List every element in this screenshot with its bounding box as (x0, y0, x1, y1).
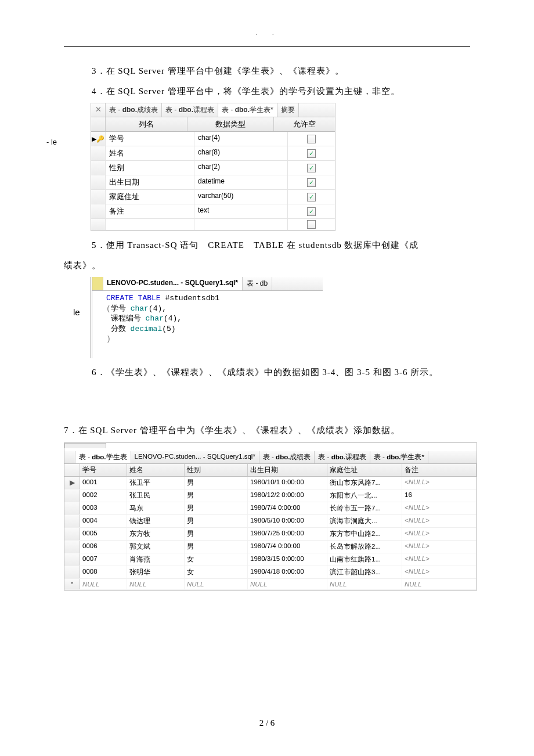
tab-student-active[interactable]: 表 - dbo.学生表* (218, 103, 277, 117)
tab-course[interactable]: 表 - dbo.课程表 (162, 103, 218, 117)
grid-cell[interactable]: 1980/5/10 0:00:00 (248, 515, 327, 527)
checkbox-icon[interactable]: ✓ (307, 164, 316, 172)
grid-cell[interactable]: 女 (185, 566, 248, 578)
table-row[interactable]: 姓名char(8)✓ (91, 146, 335, 161)
checkbox-icon[interactable]: ✓ (307, 207, 316, 216)
checkbox-icon[interactable]: ✓ (307, 135, 316, 143)
grid-cell[interactable]: NULL (185, 579, 248, 589)
row-selector[interactable] (91, 204, 106, 218)
col-null-cell[interactable]: ✓ (288, 204, 335, 218)
grid-cell[interactable]: 男 (185, 515, 248, 527)
grid-cell[interactable]: 男 (185, 477, 248, 489)
grid-cell[interactable]: 张卫民 (127, 489, 185, 502)
grid-cell[interactable]: <NULL> (402, 553, 477, 566)
grid-cell[interactable]: NULL (248, 579, 327, 589)
grid-cell[interactable]: 0005 (80, 528, 127, 540)
grid-cell[interactable]: 马东 (127, 502, 185, 514)
grid-cell[interactable]: 1980/10/1 0:00:00 (248, 477, 327, 489)
col-null-cell[interactable]: ✓ (288, 146, 335, 160)
col-null-cell[interactable]: ✓ (288, 161, 335, 175)
col-name-cell[interactable]: 出生日期 (106, 175, 194, 189)
grid-cell[interactable]: <NULL> (402, 528, 477, 540)
grid-cell[interactable]: NULL (80, 579, 127, 589)
grid-cell[interactable]: 1980/7/25 0:00:00 (248, 528, 327, 540)
checkbox-icon[interactable]: ✓ (307, 220, 316, 229)
table-row[interactable]: 0004钱达理男1980/5/10 0:00:00滨海市洞庭大...<NULL> (64, 515, 477, 528)
grid-cell[interactable]: 女 (185, 553, 248, 566)
grid-cell[interactable]: 东方牧 (127, 528, 185, 540)
grid-cell[interactable]: 0004 (80, 515, 127, 527)
grid-cell[interactable]: 滨海市洞庭大... (327, 515, 402, 527)
grid-cell[interactable]: 男 (185, 541, 248, 553)
col-name-cell[interactable]: 性别 (106, 161, 194, 175)
grid-cell[interactable]: 长岭市五一路7... (327, 502, 402, 514)
grid-cell[interactable]: 0001 (80, 477, 127, 489)
col-type-cell[interactable]: char(8) (194, 146, 288, 160)
tab-db[interactable]: 表 - db (243, 277, 272, 290)
grid-tab-2[interactable]: 表 - dbo.成绩表 (259, 451, 315, 463)
grid-cell[interactable]: 男 (185, 502, 248, 514)
grid-cell[interactable]: 0002 (80, 489, 127, 502)
checkbox-icon[interactable]: ✓ (307, 193, 316, 201)
grid-cell[interactable]: 男 (185, 489, 248, 502)
row-selector[interactable] (91, 190, 106, 204)
grid-cell[interactable]: NULL (402, 579, 477, 589)
grid-cell[interactable]: 长岛市解放路2... (327, 541, 402, 553)
table-row[interactable]: *NULLNULLNULLNULLNULLNULL (64, 579, 477, 590)
grid-cell[interactable]: 1980/12/2 0:00:00 (248, 489, 327, 502)
grid-cell[interactable]: 0008 (80, 566, 127, 578)
grid-cell[interactable]: 16 (402, 489, 477, 502)
table-row[interactable]: 0007肖海燕女1980/3/15 0:00:00山南市红旗路1...<NULL… (64, 553, 477, 566)
col-name-cell[interactable]: 备注 (106, 204, 194, 218)
col-type-cell[interactable]: char(2) (194, 161, 288, 175)
grid-tab-4[interactable]: 表 - dbo.学生表* (370, 451, 428, 463)
col-name-cell[interactable]: 学号 (106, 132, 194, 146)
row-selector[interactable] (91, 161, 106, 175)
grid-cell[interactable]: <NULL> (402, 541, 477, 553)
table-row[interactable]: 0003马东男1980/7/4 0:00:00长岭市五一路7...<NULL> (64, 502, 477, 515)
grid-cell[interactable]: 1980/3/15 0:00:00 (248, 553, 327, 566)
table-row[interactable]: 性别char(2)✓ (91, 161, 335, 175)
col-null-cell[interactable]: ✓ (288, 190, 335, 204)
grid-cell[interactable]: 男 (185, 528, 248, 540)
table-row[interactable]: 出生日期datetime✓ (91, 175, 335, 190)
checkbox-icon[interactable]: ✓ (307, 178, 316, 187)
col-null-cell[interactable]: ✓ (288, 175, 335, 189)
grid-cell[interactable]: 1980/7/4 0:00:00 (248, 502, 327, 514)
table-row[interactable]: 0006郭文斌男1980/7/4 0:00:00长岛市解放路2...<NULL> (64, 541, 477, 553)
col-type-cell[interactable]: text (194, 204, 288, 218)
table-row[interactable]: 0002张卫民男1980/12/2 0:00:00东阳市八一北...16 (64, 489, 477, 502)
row-selector[interactable]: ▶🔑 (91, 132, 106, 146)
grid-cell[interactable]: 肖海燕 (127, 553, 185, 566)
tab-score[interactable]: 表 - dbo.成绩表 (106, 103, 162, 117)
table-row[interactable]: ▶0001张卫平男1980/10/1 0:00:00衡山市东风路7...<NUL… (64, 477, 477, 489)
grid-cell[interactable]: 郭文斌 (127, 541, 185, 553)
grid-cell[interactable]: 1980/4/18 0:00:00 (248, 566, 327, 578)
grid-cell[interactable]: 钱达理 (127, 515, 185, 527)
col-name-cell[interactable]: 姓名 (106, 146, 194, 160)
grid-cell[interactable]: 东阳市八一北... (327, 489, 402, 502)
grid-tab-0[interactable]: 表 - dbo.学生表 (75, 451, 131, 463)
sql-code[interactable]: CREATE TABLE #studentsdb1 (学号 char(4), 课… (92, 291, 323, 358)
grid-cell[interactable]: 山南市红旗路1... (327, 553, 402, 566)
table-row[interactable]: 0008张明华女1980/4/18 0:00:00滨江市韶山路3...<NULL… (64, 566, 477, 579)
checkbox-icon[interactable]: ✓ (307, 149, 316, 158)
row-selector[interactable] (91, 175, 106, 189)
table-row[interactable]: 家庭住址varchar(50)✓ (91, 190, 335, 204)
table-row[interactable]: ▶🔑学号char(4)✓ (91, 132, 335, 146)
grid-cell[interactable]: NULL (127, 579, 185, 589)
grid-cell[interactable]: <NULL> (402, 502, 477, 514)
grid-cell[interactable]: 0006 (80, 541, 127, 553)
grid-cell[interactable]: 滨江市韶山路3... (327, 566, 402, 578)
grid-cell[interactable]: 0007 (80, 553, 127, 566)
grid-cell[interactable]: 张明华 (127, 566, 185, 578)
col-type-cell[interactable]: varchar(50) (194, 190, 288, 204)
grid-cell[interactable]: 东方市中山路2... (327, 528, 402, 540)
col-null-cell[interactable]: ✓ (288, 132, 335, 146)
close-icon[interactable]: ✕ (91, 103, 106, 117)
grid-cell[interactable]: NULL (327, 579, 402, 589)
table-row[interactable]: ✓ (91, 219, 335, 231)
grid-cell[interactable]: <NULL> (402, 515, 477, 527)
table-row[interactable]: 0005东方牧男1980/7/25 0:00:00东方市中山路2...<NULL… (64, 528, 477, 541)
table-row[interactable]: 备注text✓ (91, 204, 335, 219)
